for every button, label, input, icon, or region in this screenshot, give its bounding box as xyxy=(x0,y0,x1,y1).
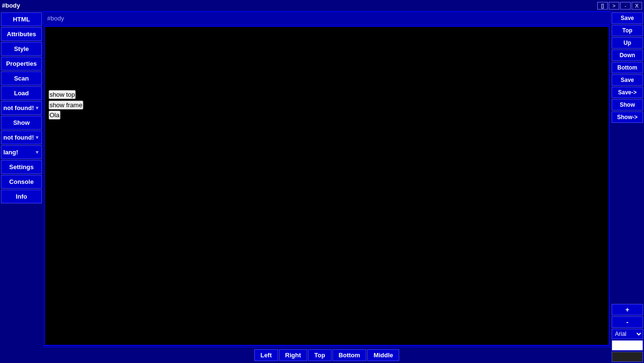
sidebar-item-console[interactable]: Console xyxy=(1,175,42,189)
lang-label: lang! xyxy=(3,149,18,156)
main-layout: HTML Attributes Style Properties Scan Lo… xyxy=(0,11,644,363)
dropdown-arrow-lang: ▼ xyxy=(35,150,40,155)
dropdown-arrow-1: ▼ xyxy=(35,105,40,111)
arrow-button[interactable]: > xyxy=(609,2,619,10)
sidebar-item-show[interactable]: Show xyxy=(1,116,42,130)
title-controls: [] > - X xyxy=(597,2,642,10)
sidebar-item-properties[interactable]: Properties xyxy=(1,57,42,71)
right-save-arrow-button[interactable]: Save-> xyxy=(612,87,643,98)
sidebar-item-style[interactable]: Style xyxy=(1,42,42,56)
minimize-button[interactable]: - xyxy=(620,2,631,10)
bottom-toolbar: Left Right Top Bottom Middle xyxy=(43,347,611,363)
sidebar-item-load[interactable]: Load xyxy=(1,86,42,100)
color-picker-dark[interactable] xyxy=(612,352,643,362)
not-found-2-label: not found! xyxy=(3,134,34,141)
sidebar-item-lang[interactable]: lang! ▼ xyxy=(1,145,42,159)
sidebar-item-scan[interactable]: Scan xyxy=(1,71,42,85)
bottom-top-button[interactable]: Top xyxy=(308,349,332,361)
sidebar-item-attributes[interactable]: Attributes xyxy=(1,27,42,41)
bottom-middle-button[interactable]: Middle xyxy=(367,349,399,361)
right-minus-button[interactable]: - xyxy=(612,316,643,328)
left-sidebar: HTML Attributes Style Properties Scan Lo… xyxy=(0,11,43,363)
sidebar-item-settings[interactable]: Settings xyxy=(1,160,42,174)
title-bar: #body [] > - X xyxy=(0,0,644,11)
right-down-button[interactable]: Down xyxy=(612,50,643,61)
bottom-left-button[interactable]: Left xyxy=(254,349,278,361)
title-text: #body xyxy=(2,2,20,9)
sidebar-item-not-found-1[interactable]: not found! ▼ xyxy=(1,101,42,115)
right-save2-button[interactable]: Save xyxy=(612,74,643,86)
not-found-1-label: not found! xyxy=(3,104,34,111)
right-bottom-controls: + - Arial Courier New Times New Roman Ve… xyxy=(612,304,643,362)
breadcrumb-text: #body xyxy=(47,15,64,22)
right-bottom-button[interactable]: Bottom xyxy=(612,62,643,73)
dropdown-arrow-2: ▼ xyxy=(35,135,40,140)
font-select[interactable]: Arial Courier New Times New Roman Verdan… xyxy=(612,329,643,339)
center-area: #body show top show frame Ola Left Right… xyxy=(43,11,611,363)
right-up-button[interactable]: Up xyxy=(612,37,643,49)
bottom-bottom-button[interactable]: Bottom xyxy=(332,349,367,361)
bottom-right-button[interactable]: Right xyxy=(279,349,307,361)
right-save-button[interactable]: Save xyxy=(612,12,643,24)
close-button[interactable]: X xyxy=(632,2,642,10)
sidebar-item-html[interactable]: HTML xyxy=(1,12,42,26)
right-top-button[interactable]: Top xyxy=(612,25,643,36)
right-sidebar: Save Top Up Down Bottom Save Save-> Show… xyxy=(611,11,644,363)
code-editor[interactable]: show top show frame Ola xyxy=(44,26,610,346)
right-show-arrow-button[interactable]: Show-> xyxy=(612,111,643,123)
breadcrumb-bar: #body xyxy=(43,11,611,25)
right-plus-button[interactable]: + xyxy=(612,304,643,315)
sidebar-item-not-found-2[interactable]: not found! ▼ xyxy=(1,131,42,144)
color-picker-light[interactable] xyxy=(612,340,643,351)
brackets-button[interactable]: [] xyxy=(597,2,608,10)
right-show-button[interactable]: Show xyxy=(612,99,643,111)
sidebar-item-info[interactable]: Info xyxy=(1,190,42,203)
